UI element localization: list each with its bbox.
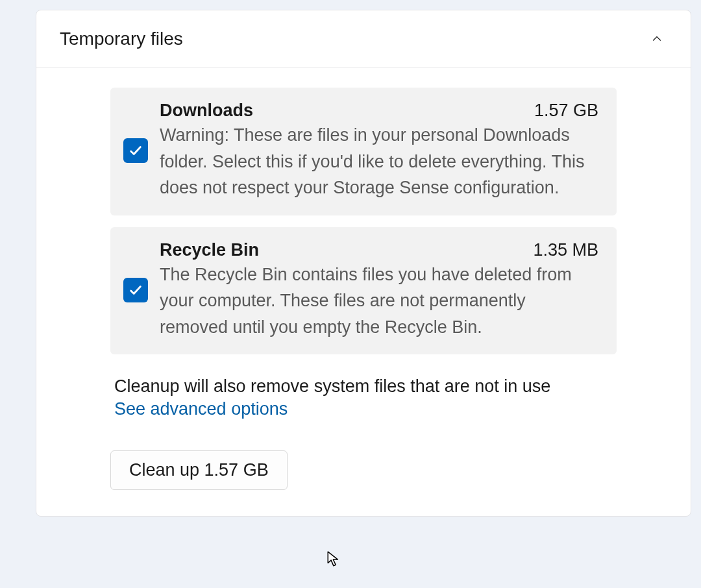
item-header-row: Recycle Bin 1.35 MB — [160, 240, 598, 260]
cleanup-button[interactable]: Clean up 1.57 GB — [110, 450, 288, 490]
item-content: Downloads 1.57 GB Warning: These are fil… — [160, 101, 598, 201]
item-description: The Recycle Bin contains files you have … — [160, 262, 598, 341]
temporary-files-panel: Temporary files Downloads 1.57 GB Warnin… — [36, 10, 691, 517]
chevron-up-icon — [649, 31, 665, 47]
advanced-options-link[interactable]: See advanced options — [110, 399, 288, 419]
item-size: 1.35 MB — [533, 240, 598, 260]
item-description: Warning: These are files in your persona… — [160, 122, 598, 201]
panel-title: Temporary files — [60, 29, 183, 49]
checkbox-recycle-bin[interactable] — [123, 278, 148, 302]
item-title: Recycle Bin — [160, 240, 259, 260]
item-downloads: Downloads 1.57 GB Warning: These are fil… — [110, 88, 617, 215]
item-content: Recycle Bin 1.35 MB The Recycle Bin cont… — [160, 240, 598, 341]
item-size: 1.57 GB — [534, 101, 598, 121]
cursor-icon — [326, 550, 343, 567]
checkbox-downloads[interactable] — [123, 138, 148, 163]
panel-header[interactable]: Temporary files — [36, 10, 691, 68]
item-recycle-bin: Recycle Bin 1.35 MB The Recycle Bin cont… — [110, 227, 617, 355]
cleanup-info-text: Cleanup will also remove system files th… — [110, 376, 617, 397]
panel-body: Downloads 1.57 GB Warning: These are fil… — [36, 68, 691, 516]
item-title: Downloads — [160, 101, 253, 121]
item-header-row: Downloads 1.57 GB — [160, 101, 598, 121]
